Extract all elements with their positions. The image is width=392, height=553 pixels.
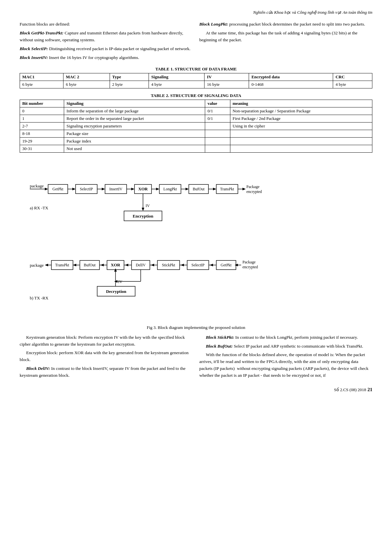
block-insertiv: Block InsertIV: Insert the 16 bytes IV f… bbox=[20, 54, 193, 61]
table1-header-6: CRC bbox=[333, 73, 372, 81]
svg-marker-46 bbox=[210, 264, 213, 266]
svg-text:SelectIP: SelectIP bbox=[191, 263, 205, 267]
table2-header-1: Signaling bbox=[64, 100, 205, 107]
svg-text:XOR: XOR bbox=[138, 186, 148, 191]
stickpkt-block: Block StickPkt: In contrast to the block… bbox=[199, 334, 372, 341]
svg-marker-56 bbox=[114, 280, 117, 283]
block-diagram-svg: package GetPkt SelectIP InsertIV XOR bbox=[23, 159, 369, 322]
footer-page: 21 bbox=[367, 387, 372, 392]
table2: Bit number Signaling value meaning 0Info… bbox=[20, 100, 372, 153]
table2-title: TABLE 2. STRUCTURE OF SIGNALING DATA bbox=[20, 93, 372, 98]
svg-text:BufOut: BufOut bbox=[193, 187, 205, 191]
svg-text:TransPkt: TransPkt bbox=[220, 187, 235, 191]
svg-marker-19 bbox=[213, 188, 216, 190]
table2-header-2: value bbox=[205, 100, 230, 107]
block-selectip: Block SelectIP: Distinguishing received … bbox=[20, 46, 193, 52]
svg-text:TransPkt: TransPkt bbox=[55, 263, 70, 267]
svg-text:Encryption: Encryption bbox=[133, 214, 154, 219]
left-column: Function blocks are defined: Block GetPk… bbox=[20, 21, 193, 63]
diagram-area: package GetPkt SelectIP InsertIV XOR bbox=[20, 159, 372, 330]
svg-marker-1 bbox=[45, 188, 48, 190]
rxtx-package-encrypted: Package bbox=[246, 184, 259, 189]
table1-header-1: MAC 2 bbox=[63, 73, 110, 81]
footer: Số 2.CS (08) 2018 21 bbox=[20, 387, 372, 392]
svg-text:GetPkt: GetPkt bbox=[52, 187, 63, 191]
table2-header-0: Bit number bbox=[20, 100, 64, 107]
svg-text:Decryption: Decryption bbox=[106, 289, 127, 294]
table1-title: TABLE 1. STRUCTURE OF DATA FRAME bbox=[20, 67, 372, 72]
svg-marker-31 bbox=[73, 264, 76, 266]
svg-marker-13 bbox=[156, 188, 159, 190]
txrx-package-encrypted: Package bbox=[242, 260, 256, 264]
right-column: Block LongPkt: processing packet block d… bbox=[199, 21, 372, 63]
svg-text:DelIV: DelIV bbox=[136, 263, 146, 267]
svg-marker-10 bbox=[131, 188, 134, 190]
table2-body: 0Inform the separation of the large pack… bbox=[20, 107, 372, 152]
table1-header-4: IV bbox=[205, 73, 249, 81]
table2-row-4: 19-29Package index bbox=[20, 137, 372, 145]
rxtx-label: a) RX -TX bbox=[30, 205, 48, 210]
bottom-left-col: Keystream generation block: Perform encr… bbox=[20, 334, 193, 381]
table2-row-3: 8-18Package size bbox=[20, 130, 372, 137]
svg-marker-34 bbox=[100, 264, 104, 266]
table1-row1: 6 byte 6 byte 2 byte 4 byte 16 byte 0-14… bbox=[20, 81, 372, 88]
svg-text:GetPkt: GetPkt bbox=[221, 263, 232, 267]
txrx-label: b) TX -RX bbox=[30, 296, 48, 300]
svg-marker-7 bbox=[102, 188, 105, 190]
txrx-package-label: package bbox=[30, 263, 44, 268]
svg-marker-25 bbox=[142, 208, 144, 211]
block-longpkt2: At the same time, this package has the t… bbox=[199, 30, 372, 44]
table2-row-5: 30-31Not used bbox=[20, 145, 372, 152]
svg-text:XOR: XOR bbox=[111, 262, 121, 267]
table2-row-1: 1Report the order in the separated large… bbox=[20, 115, 372, 122]
bottom-right-col: Block StickPkt: In contrast to the block… bbox=[199, 334, 372, 381]
svg-marker-37 bbox=[125, 264, 128, 266]
footer-text: Số 2.CS (08) 2018 bbox=[334, 387, 366, 392]
header-text: Nghiên cứu Khoa học và Công nghệ trong l… bbox=[253, 10, 372, 15]
with-function: With the function of the blocks defined … bbox=[199, 352, 372, 379]
svg-text:StickPkt: StickPkt bbox=[162, 263, 175, 267]
svg-marker-16 bbox=[186, 188, 189, 190]
encryption-block: Encryption block: perform XOR data with … bbox=[20, 350, 193, 363]
svg-text:LongPkt: LongPkt bbox=[163, 187, 177, 191]
diagram-caption: Fig 3. Block diagram implementing the pr… bbox=[20, 325, 372, 330]
table1-header-5: Encrypted data bbox=[249, 73, 333, 81]
table2-row-2: 2-7Signaling encryption parametersUsing … bbox=[20, 122, 372, 130]
svg-marker-28 bbox=[45, 264, 48, 266]
table2-row-0: 0Inform the separation of the large pack… bbox=[20, 107, 372, 115]
bufout-block: Block BufOut: Select IP packet and ARP s… bbox=[199, 343, 372, 350]
txrx-iv-label: IV bbox=[118, 279, 122, 284]
svg-text:InsertIV: InsertIV bbox=[109, 187, 122, 191]
block-getpkt: Block GetPkt-TransPkt: Capture and trans… bbox=[20, 30, 193, 44]
svg-text:SelectIP: SelectIP bbox=[80, 187, 93, 191]
svg-marker-4 bbox=[72, 188, 76, 190]
svg-marker-53 bbox=[114, 268, 117, 272]
keystream-block: Keystream generation block: Perform encr… bbox=[20, 334, 193, 348]
table1-header-0: MAC1 bbox=[20, 73, 63, 81]
block-longpkt: Block LongPkt: processing packet block d… bbox=[199, 21, 372, 28]
svg-marker-49 bbox=[235, 264, 238, 266]
svg-text:BufOut: BufOut bbox=[84, 263, 96, 267]
rxtx-package-label: package bbox=[30, 183, 44, 188]
rxtx-iv-label: IV bbox=[146, 203, 150, 208]
table1-header-2: Type bbox=[110, 73, 149, 81]
intro-text: Function blocks are defined: bbox=[20, 21, 193, 28]
table1: MAC1 MAC 2 Type Signaling IV Encrypted d… bbox=[20, 73, 372, 88]
page-header: Nghiên cứu Khoa học và Công nghệ trong l… bbox=[20, 10, 372, 15]
table1-header-3: Signaling bbox=[149, 73, 205, 81]
svg-marker-43 bbox=[181, 264, 184, 266]
svg-text:encrypted: encrypted bbox=[246, 189, 262, 194]
svg-marker-40 bbox=[151, 264, 154, 266]
svg-text:encrypted: encrypted bbox=[242, 265, 258, 269]
table2-header-3: meaning bbox=[230, 100, 372, 107]
svg-marker-22 bbox=[242, 188, 246, 190]
deliv-block: Block DelIV: In contrast to the block In… bbox=[20, 365, 193, 379]
